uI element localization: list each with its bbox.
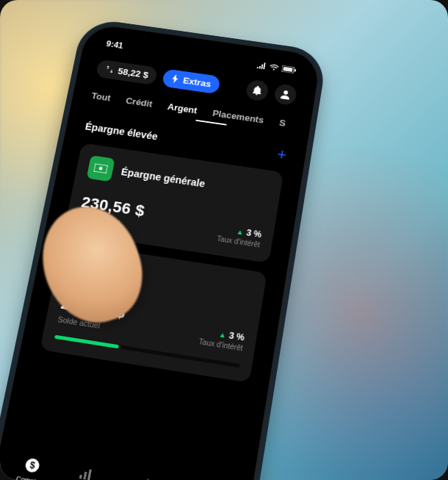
- svg-rect-1: [283, 67, 292, 72]
- extras-button[interactable]: Extras: [162, 68, 220, 94]
- battery-icon: [281, 65, 297, 74]
- person-icon: [280, 89, 292, 99]
- cash-icon: [87, 155, 115, 182]
- notifications-button[interactable]: [245, 79, 270, 102]
- bolt-icon: [171, 74, 180, 84]
- section-title: Épargne élevée: [84, 121, 159, 142]
- goal-progress-fill: [54, 335, 120, 349]
- nav-recompenses[interactable]: Récompenses: [122, 473, 170, 480]
- tab-argent[interactable]: Argent: [167, 101, 198, 115]
- nav-donnees[interactable]: Données: [68, 464, 101, 480]
- photo-background: 9:41 58,22 $ Extras: [0, 0, 448, 480]
- arrow-up-icon: ▲: [236, 227, 245, 236]
- profile-button[interactable]: [273, 83, 297, 106]
- dollar-circle-icon: $: [23, 456, 43, 475]
- bottom-nav: $ Comptes Données Récompenses: [0, 445, 244, 480]
- tab-more[interactable]: S: [278, 118, 286, 129]
- tab-tout[interactable]: Tout: [90, 90, 112, 103]
- signal-icon: [256, 62, 267, 70]
- svg-rect-2: [295, 69, 297, 72]
- status-time: 9:41: [106, 39, 124, 50]
- swap-icon: [105, 65, 115, 74]
- bar-chart-icon: [76, 465, 95, 480]
- card-rate: 3 %: [228, 330, 245, 343]
- extras-label: Extras: [182, 75, 212, 89]
- tab-credit[interactable]: Crédit: [125, 96, 153, 110]
- card-rate: 3 %: [246, 228, 263, 240]
- wifi-icon: [269, 63, 280, 71]
- bell-icon: [252, 85, 264, 96]
- sparkle-icon: [137, 475, 157, 480]
- balance-chip[interactable]: 58,22 $: [95, 59, 159, 85]
- nav-comptes[interactable]: $ Comptes: [15, 455, 48, 480]
- arrow-up-icon: ▲: [218, 330, 227, 339]
- add-account-button[interactable]: +: [276, 147, 288, 163]
- status-icons: [256, 62, 297, 74]
- nav-label: Comptes: [15, 475, 44, 480]
- svg-point-4: [98, 167, 103, 171]
- balance-chip-value: 58,22 $: [117, 65, 149, 79]
